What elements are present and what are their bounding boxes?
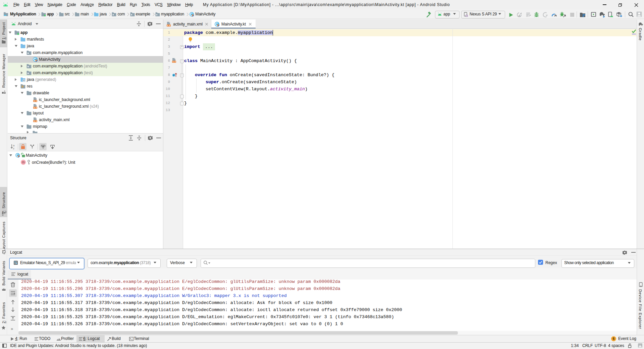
svg-text:a: a xyxy=(13,144,15,147)
svg-text:A: A xyxy=(518,14,521,17)
svg-text:z: z xyxy=(13,147,14,150)
